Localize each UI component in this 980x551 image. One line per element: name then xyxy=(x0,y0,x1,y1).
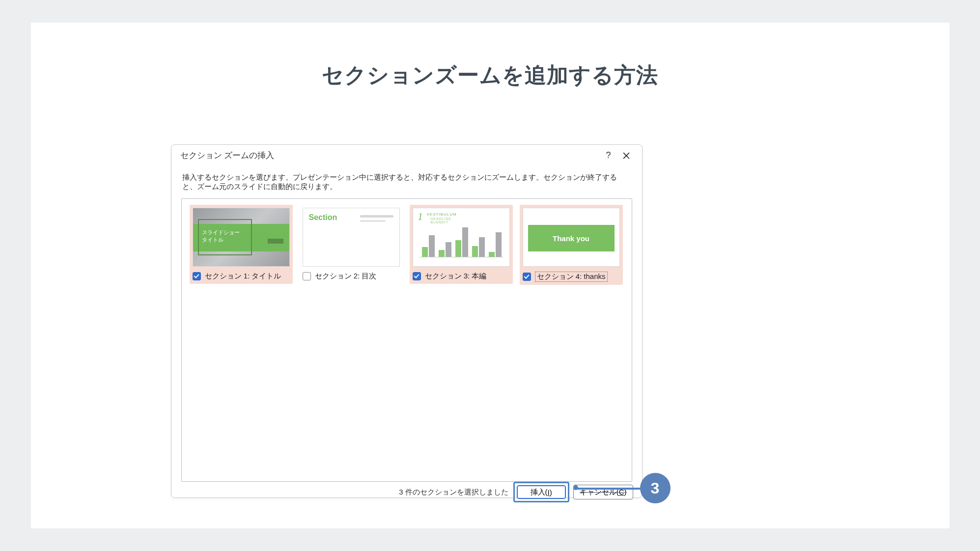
insert-button-highlight: 挿入(I) xyxy=(513,482,569,502)
dialog-title: セクション ズームの挿入 xyxy=(180,150,600,161)
help-button[interactable]: ? xyxy=(600,150,617,161)
section-checkbox[interactable] xyxy=(193,272,201,280)
dialog-description: 挿入するセクションを選びます。プレゼンテーション中に選択すると、対応するセクショ… xyxy=(171,165,642,198)
dialog-footer: 3 件のセクションを選択しました 挿入(I) キャンセル(C) xyxy=(171,482,642,502)
section-item-3[interactable]: 1 VESTIBULUM HEADLINEBLANDIT xyxy=(410,205,513,284)
section-list: スライドショー タイトル セクション 1: タイトル Section xyxy=(181,198,632,482)
annotation-connector xyxy=(575,488,641,490)
section-item-4[interactable]: Thank you セクション 4: thanks xyxy=(520,205,623,285)
close-icon xyxy=(623,152,630,159)
thumb-text: タイトル xyxy=(202,237,224,243)
insert-button[interactable]: 挿入(I) xyxy=(517,485,566,499)
section-checkbox[interactable] xyxy=(523,273,531,281)
annotation-step-badge: 3 xyxy=(640,473,671,503)
dialog-titlebar: セクション ズームの挿入 ? xyxy=(171,145,642,165)
insert-section-zoom-dialog: セクション ズームの挿入 ? 挿入するセクションを選びます。プレゼンテーション中… xyxy=(171,144,643,498)
close-button[interactable] xyxy=(617,150,635,161)
section-thumbnail: スライドショー タイトル xyxy=(193,208,290,267)
section-item-2[interactable]: Section セクション 2: 目次 xyxy=(300,205,403,284)
section-label: セクション 2: 目次 xyxy=(315,272,377,281)
thumb-text: Section xyxy=(309,213,337,222)
section-label: セクション 3: 本編 xyxy=(425,272,487,281)
section-label: セクション 1: タイトル xyxy=(205,272,281,281)
section-thumbnail: Section xyxy=(303,208,400,267)
slide-canvas: セクションズームを追加する方法 セクション ズームの挿入 ? 挿入するセクション… xyxy=(31,23,950,528)
thumb-text: 1 xyxy=(418,211,423,222)
section-label: セクション 4: thanks xyxy=(535,272,608,282)
section-item-1[interactable]: スライドショー タイトル セクション 1: タイトル xyxy=(190,205,293,284)
thumb-text: Thank you xyxy=(553,234,589,243)
page-title: セクションズームを追加する方法 xyxy=(31,61,950,90)
thumb-text: スライドショー xyxy=(202,229,240,235)
cancel-button[interactable]: キャンセル(C) xyxy=(573,485,633,499)
section-thumbnail: Thank you xyxy=(523,208,620,267)
thumb-text: VESTIBULUM xyxy=(427,212,457,217)
section-checkbox[interactable] xyxy=(413,272,421,280)
section-checkbox[interactable] xyxy=(303,272,311,280)
selection-status: 3 件のセクションを選択しました xyxy=(399,488,508,497)
section-thumbnail: 1 VESTIBULUM HEADLINEBLANDIT xyxy=(413,208,510,267)
